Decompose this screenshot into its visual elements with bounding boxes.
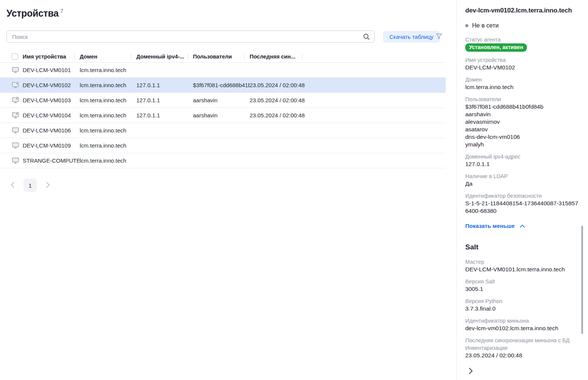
field-value: DEV-LCM-VM0102 [465, 64, 580, 71]
field-ldap: Наличие в LDAP Да [465, 172, 580, 188]
field-value: lcm.terra.inno.tech [465, 83, 580, 91]
field-value: 23.05.2024 / 02:00:48 [465, 352, 580, 359]
table-row[interactable]: DEV-LCM-VM0109 lcm.terra.inno.tech [0, 138, 446, 153]
header-domain[interactable]: Домен [80, 54, 136, 60]
field-domain: Домен lcm.terra.inno.tech [465, 76, 580, 91]
device-monitor-icon [12, 127, 23, 134]
salt-section-heading: Salt [465, 243, 580, 251]
field-label: Версия Salt [465, 278, 580, 285]
device-monitor-offline-icon [12, 112, 23, 119]
cell-users: $3f67f081-cdd688b41b0fd84b [193, 82, 250, 88]
details-title: dev-lcm-vm0102.lcm.terra.inno.tech [465, 7, 580, 14]
header-device-name[interactable]: Имя устройства [23, 54, 80, 60]
funnel-icon [436, 33, 443, 41]
device-monitor-icon [12, 157, 23, 164]
show-less-link[interactable]: Показать меньше [465, 223, 525, 229]
pagination: 1 [11, 178, 50, 192]
expand-panel-button[interactable] [469, 368, 473, 375]
cell-users: aarshavin [193, 97, 250, 103]
cell-device-name: DEV-LCM-VM0103 [23, 97, 80, 103]
field-label: Доменный ipv4-адрес [465, 153, 580, 160]
field-device-name: Имя устройства DEV-LCM-VM0102 [465, 56, 580, 71]
devices-page: Устройства7 Скачать таблицу Имя устройст… [0, 0, 456, 380]
cell-last-sync: 23.05.2024 / 02:00:48 [250, 82, 307, 88]
table-row[interactable]: DEV-LCM-VM0103 lcm.terra.inno.tech 127.0… [0, 93, 446, 108]
header-users[interactable]: Пользователи [193, 54, 250, 60]
field-label: Статус агента [465, 36, 580, 43]
agent-status-badge: Установлен, активен [465, 43, 527, 52]
search-input[interactable] [11, 33, 360, 40]
next-page-button[interactable] [46, 182, 50, 189]
cell-domain: lcm.terra.inno.tech [80, 157, 136, 164]
search-icon[interactable] [363, 34, 370, 40]
field-salt-version: Версия Salt 3005.1 [465, 278, 580, 293]
cell-device-name: STRANGE-COMPUTER [23, 157, 80, 164]
field-label: Пользователи [465, 95, 580, 103]
chevron-right-icon [46, 182, 50, 189]
cell-device-name: DEV-LCM-VM0102 [23, 82, 80, 88]
cell-device-name: DEV-LCM-VM0101 [23, 67, 80, 73]
header-last-sync[interactable]: Последняя син... [250, 54, 307, 60]
network-status-label: Не в сети [472, 22, 498, 29]
cell-ipv4: 127.0.1.1 [136, 97, 193, 103]
table-row[interactable]: DEV-LCM-VM0104 lcm.terra.inno.tech 127.0… [0, 108, 446, 123]
cell-ipv4: 127.0.1.1 [136, 82, 193, 88]
field-value: DEV-LCM-VM0101.lcm.terra.inno.tech [465, 266, 580, 273]
field-agent-status: Статус агента Установлен, активен [465, 36, 580, 52]
search-bar[interactable] [6, 31, 375, 43]
field-value: dev-lcm-vm0102.lcm.terra.inno.tech [465, 325, 580, 332]
network-status: Не в сети [465, 22, 580, 29]
cell-ipv4: 127.0.1.1 [136, 112, 193, 118]
table-row-selected[interactable]: DEV-LCM-VM0102 lcm.terra.inno.tech 127.0… [0, 78, 446, 93]
table-header-row: Имя устройства Домен Доменный ipv4-... П… [0, 51, 446, 63]
device-monitor-offline-icon [12, 82, 23, 89]
chevron-left-icon [11, 182, 14, 189]
filter-button[interactable] [436, 33, 443, 41]
field-label: Идентификатор миньона [465, 317, 580, 325]
cell-device-name: DEV-LCM-VM0104 [23, 112, 80, 118]
cell-domain: lcm.terra.inno.tech [80, 82, 136, 88]
field-salt-master: Мастер DEV-LCM-VM0101.lcm.terra.inno.tec… [465, 258, 580, 273]
field-value: 127.0.1.1 [465, 160, 580, 168]
device-monitor-icon [12, 66, 23, 74]
field-label: Наличие в LDAP [465, 172, 580, 180]
download-table-button[interactable]: Скачать таблицу [383, 31, 440, 43]
user-item: $3f67f081-cdd688b41b0fd84b [465, 103, 580, 111]
field-label: Домен [465, 76, 580, 83]
cell-domain: lcm.terra.inno.tech [80, 97, 136, 103]
device-monitor-icon [12, 142, 23, 149]
show-less-label: Показать меньше [465, 223, 515, 229]
devices-table: Имя устройства Домен Доменный ipv4-... П… [0, 51, 446, 168]
page-number-button[interactable]: 1 [23, 178, 37, 192]
select-all-checkbox[interactable] [12, 53, 18, 60]
field-value: S-1-5-21-1184408154-1736440087-315857640… [465, 200, 580, 215]
device-monitor-offline-icon [12, 97, 23, 104]
cell-device-name: DEV-LCM-VM0106 [23, 127, 80, 134]
prev-page-button[interactable] [11, 182, 14, 189]
offline-status-dot-icon [465, 24, 468, 27]
field-label: Версия Python [465, 297, 580, 305]
device-details-panel: dev-lcm-vm0102.lcm.terra.inno.tech Не в … [456, 0, 588, 380]
header-checkbox-cell [12, 53, 23, 60]
cell-users: aarshavin [193, 112, 250, 118]
cell-domain: lcm.terra.inno.tech [80, 142, 136, 149]
device-count-badge: 7 [60, 8, 63, 14]
table-row[interactable]: STRANGE-COMPUTER lcm.terra.inno.tech [0, 153, 446, 168]
field-minion-sync: Последняя синхронизация миньона с БД Инв… [465, 337, 580, 359]
chevron-right-icon [469, 368, 473, 375]
table-row[interactable]: DEV-LCM-VM0101 lcm.terra.inno.tech [0, 63, 446, 78]
cell-last-sync: 23.05.2024 / 02:00:48 [250, 112, 307, 118]
user-item: alevasmirnov [465, 118, 580, 126]
page-header: Устройства7 [6, 8, 63, 19]
field-value: 3005.1 [465, 285, 580, 293]
header-ipv4[interactable]: Доменный ipv4-... [136, 54, 193, 60]
field-value: Да [465, 180, 580, 188]
page-title: Устройства [6, 8, 59, 18]
chevron-up-icon [520, 223, 525, 229]
user-item: asatarov [465, 126, 580, 133]
table-row[interactable]: DEV-LCM-VM0106 lcm.terra.inno.tech [0, 123, 446, 138]
user-item: aarshavin [465, 111, 580, 118]
cell-last-sync: 23.05.2024 / 02:00:48 [250, 97, 307, 103]
sidebar-scrollbar[interactable] [581, 226, 583, 334]
field-users: Пользователи $3f67f081-cdd688b41b0fd84b … [465, 95, 580, 148]
